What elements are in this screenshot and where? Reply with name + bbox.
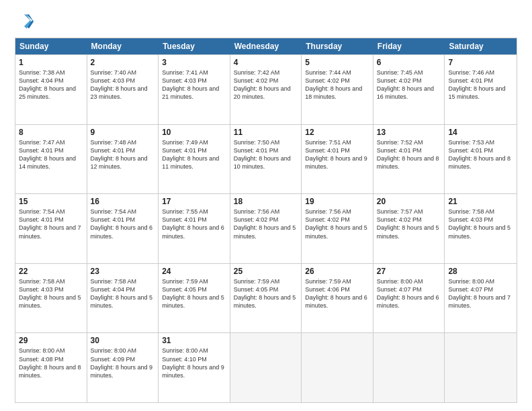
calendar: SundayMondayTuesdayWednesdayThursdayFrid… <box>15 38 517 403</box>
cell-details: Sunrise: 7:55 AM Sunset: 4:01 PM Dayligh… <box>162 208 226 240</box>
cell-details: Sunrise: 8:00 AM Sunset: 4:08 PM Dayligh… <box>19 347 83 379</box>
cell-details: Sunrise: 8:00 AM Sunset: 4:07 PM Dayligh… <box>448 277 513 310</box>
cell-details: Sunrise: 7:42 AM Sunset: 4:02 PM Dayligh… <box>234 68 298 101</box>
day-number: 27 <box>377 267 441 276</box>
day-number: 18 <box>234 197 298 206</box>
cell-details: Sunrise: 7:45 AM Sunset: 4:02 PM Dayligh… <box>377 68 441 101</box>
day-number: 3 <box>162 58 226 67</box>
cell-details: Sunrise: 7:59 AM Sunset: 4:05 PM Dayligh… <box>234 277 298 310</box>
day-number: 20 <box>377 197 441 206</box>
weekday-header: Tuesday <box>159 38 230 54</box>
calendar-cell: 30Sunrise: 8:00 AM Sunset: 4:09 PM Dayli… <box>87 333 159 402</box>
calendar-cell: 12Sunrise: 7:51 AM Sunset: 4:01 PM Dayli… <box>302 125 373 194</box>
day-number: 1 <box>19 58 83 67</box>
calendar-cell: 2Sunrise: 7:40 AM Sunset: 4:03 PM Daylig… <box>87 55 159 124</box>
calendar-cell: 6Sunrise: 7:45 AM Sunset: 4:02 PM Daylig… <box>373 55 445 124</box>
logo <box>15 12 36 31</box>
cell-details: Sunrise: 8:00 AM Sunset: 4:09 PM Dayligh… <box>91 347 155 379</box>
calendar-cell: 21Sunrise: 7:58 AM Sunset: 4:03 PM Dayli… <box>445 194 517 263</box>
calendar-cell: 11Sunrise: 7:50 AM Sunset: 4:01 PM Dayli… <box>230 125 302 194</box>
cell-details: Sunrise: 7:40 AM Sunset: 4:03 PM Dayligh… <box>91 68 155 101</box>
calendar-cell: 17Sunrise: 7:55 AM Sunset: 4:01 PM Dayli… <box>159 194 230 263</box>
calendar-cell: 9Sunrise: 7:48 AM Sunset: 4:01 PM Daylig… <box>87 125 159 194</box>
cell-details: Sunrise: 7:59 AM Sunset: 4:06 PM Dayligh… <box>305 277 369 310</box>
calendar-cell: 20Sunrise: 7:57 AM Sunset: 4:02 PM Dayli… <box>373 194 445 263</box>
cell-details: Sunrise: 7:53 AM Sunset: 4:01 PM Dayligh… <box>448 138 513 171</box>
day-number: 15 <box>19 197 83 206</box>
day-number: 16 <box>91 197 155 206</box>
cell-details: Sunrise: 7:48 AM Sunset: 4:01 PM Dayligh… <box>91 138 155 171</box>
calendar-cell: 22Sunrise: 7:58 AM Sunset: 4:03 PM Dayli… <box>15 264 87 333</box>
day-number: 21 <box>448 197 513 206</box>
calendar-row: 22Sunrise: 7:58 AM Sunset: 4:03 PM Dayli… <box>15 263 517 333</box>
calendar-row: 8Sunrise: 7:47 AM Sunset: 4:01 PM Daylig… <box>15 124 517 194</box>
day-number: 13 <box>377 128 441 137</box>
calendar-cell: 8Sunrise: 7:47 AM Sunset: 4:01 PM Daylig… <box>15 125 87 194</box>
day-number: 29 <box>19 336 83 345</box>
cell-details: Sunrise: 7:44 AM Sunset: 4:02 PM Dayligh… <box>305 68 369 101</box>
calendar-cell: 24Sunrise: 7:59 AM Sunset: 4:05 PM Dayli… <box>159 264 230 333</box>
calendar-cell <box>445 333 517 402</box>
calendar-cell: 29Sunrise: 8:00 AM Sunset: 4:08 PM Dayli… <box>15 333 87 402</box>
cell-details: Sunrise: 7:52 AM Sunset: 4:01 PM Dayligh… <box>377 138 441 171</box>
day-number: 30 <box>91 336 155 345</box>
day-number: 7 <box>448 58 513 67</box>
day-number: 8 <box>19 128 83 137</box>
cell-details: Sunrise: 8:00 AM Sunset: 4:07 PM Dayligh… <box>377 277 441 310</box>
day-number: 5 <box>305 58 369 67</box>
cell-details: Sunrise: 7:51 AM Sunset: 4:01 PM Dayligh… <box>305 138 369 171</box>
cell-details: Sunrise: 7:59 AM Sunset: 4:05 PM Dayligh… <box>162 277 226 310</box>
calendar-cell <box>302 333 373 402</box>
weekday-header: Friday <box>373 38 445 54</box>
calendar-cell: 15Sunrise: 7:54 AM Sunset: 4:01 PM Dayli… <box>15 194 87 263</box>
calendar-cell <box>230 333 302 402</box>
day-number: 11 <box>234 128 298 137</box>
calendar-cell: 27Sunrise: 8:00 AM Sunset: 4:07 PM Dayli… <box>373 264 445 333</box>
calendar-cell: 19Sunrise: 7:56 AM Sunset: 4:02 PM Dayli… <box>302 194 373 263</box>
cell-details: Sunrise: 7:41 AM Sunset: 4:03 PM Dayligh… <box>162 68 226 101</box>
calendar-row: 29Sunrise: 8:00 AM Sunset: 4:08 PM Dayli… <box>15 332 517 402</box>
calendar-cell: 18Sunrise: 7:56 AM Sunset: 4:02 PM Dayli… <box>230 194 302 263</box>
cell-details: Sunrise: 7:46 AM Sunset: 4:01 PM Dayligh… <box>448 68 513 101</box>
cell-details: Sunrise: 7:49 AM Sunset: 4:01 PM Dayligh… <box>162 138 226 171</box>
day-number: 2 <box>91 58 155 67</box>
weekday-header: Wednesday <box>230 38 302 54</box>
cell-details: Sunrise: 7:58 AM Sunset: 4:03 PM Dayligh… <box>448 208 513 240</box>
day-number: 12 <box>305 128 369 137</box>
calendar-header: SundayMondayTuesdayWednesdayThursdayFrid… <box>15 38 517 54</box>
cell-details: Sunrise: 7:54 AM Sunset: 4:01 PM Dayligh… <box>19 208 83 240</box>
cell-details: Sunrise: 7:56 AM Sunset: 4:02 PM Dayligh… <box>234 208 298 240</box>
calendar-cell: 16Sunrise: 7:54 AM Sunset: 4:01 PM Dayli… <box>87 194 159 263</box>
cell-details: Sunrise: 7:47 AM Sunset: 4:01 PM Dayligh… <box>19 138 83 171</box>
cell-details: Sunrise: 7:58 AM Sunset: 4:04 PM Dayligh… <box>91 277 155 310</box>
day-number: 31 <box>162 336 226 345</box>
calendar-cell: 23Sunrise: 7:58 AM Sunset: 4:04 PM Dayli… <box>87 264 159 333</box>
calendar-cell: 26Sunrise: 7:59 AM Sunset: 4:06 PM Dayli… <box>302 264 373 333</box>
cell-details: Sunrise: 8:00 AM Sunset: 4:10 PM Dayligh… <box>162 347 226 379</box>
day-number: 9 <box>91 128 155 137</box>
cell-details: Sunrise: 7:58 AM Sunset: 4:03 PM Dayligh… <box>19 277 83 310</box>
calendar-body: 1Sunrise: 7:38 AM Sunset: 4:04 PM Daylig… <box>15 54 517 402</box>
calendar-cell: 31Sunrise: 8:00 AM Sunset: 4:10 PM Dayli… <box>159 333 230 402</box>
day-number: 23 <box>91 267 155 276</box>
day-number: 26 <box>305 267 369 276</box>
day-number: 17 <box>162 197 226 206</box>
calendar-cell <box>373 333 445 402</box>
cell-details: Sunrise: 7:38 AM Sunset: 4:04 PM Dayligh… <box>19 68 83 101</box>
calendar-cell: 1Sunrise: 7:38 AM Sunset: 4:04 PM Daylig… <box>15 55 87 124</box>
weekday-header: Sunday <box>15 38 87 54</box>
calendar-cell: 3Sunrise: 7:41 AM Sunset: 4:03 PM Daylig… <box>159 55 230 124</box>
calendar-cell: 28Sunrise: 8:00 AM Sunset: 4:07 PM Dayli… <box>445 264 517 333</box>
day-number: 6 <box>377 58 441 67</box>
day-number: 19 <box>305 197 369 206</box>
calendar-cell: 7Sunrise: 7:46 AM Sunset: 4:01 PM Daylig… <box>445 55 517 124</box>
calendar-cell: 13Sunrise: 7:52 AM Sunset: 4:01 PM Dayli… <box>373 125 445 194</box>
cell-details: Sunrise: 7:57 AM Sunset: 4:02 PM Dayligh… <box>377 208 441 240</box>
day-number: 24 <box>162 267 226 276</box>
day-number: 25 <box>234 267 298 276</box>
calendar-cell: 4Sunrise: 7:42 AM Sunset: 4:02 PM Daylig… <box>230 55 302 124</box>
weekday-header: Monday <box>87 38 159 54</box>
day-number: 10 <box>162 128 226 137</box>
logo-icon <box>15 12 34 31</box>
cell-details: Sunrise: 7:50 AM Sunset: 4:01 PM Dayligh… <box>234 138 298 171</box>
